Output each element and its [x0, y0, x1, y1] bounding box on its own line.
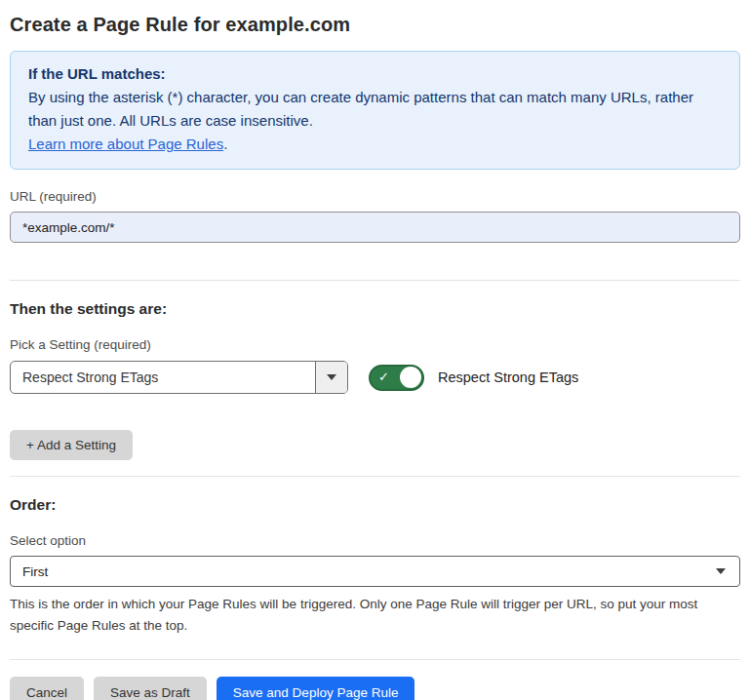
- learn-more-link[interactable]: Learn more about Page Rules: [28, 136, 223, 152]
- create-page-rule-form: Create a Page Rule for example.com If th…: [0, 0, 750, 700]
- section-divider: [10, 280, 740, 281]
- order-select[interactable]: First: [10, 556, 740, 587]
- chevron-down-icon: [327, 374, 336, 380]
- save-deploy-button[interactable]: Save and Deploy Page Rule: [217, 677, 415, 700]
- save-draft-button[interactable]: Save as Draft: [94, 677, 207, 700]
- settings-section-heading: Then the settings are:: [10, 300, 740, 318]
- order-section-heading: Order:: [10, 496, 740, 514]
- link-period: .: [223, 136, 227, 152]
- section-divider: [10, 476, 740, 477]
- setting-select[interactable]: Respect Strong ETags: [10, 361, 348, 394]
- url-input[interactable]: [10, 212, 740, 243]
- chevron-down-icon: [716, 568, 726, 574]
- footer-divider: [10, 659, 740, 660]
- setting-row: Respect Strong ETags ✓ Respect Strong ET…: [10, 361, 740, 394]
- toggle-knob: [400, 367, 421, 388]
- setting-select-arrow-button[interactable]: [315, 362, 347, 393]
- add-setting-button[interactable]: + Add a Setting: [10, 430, 133, 460]
- url-match-info-box: If the URL matches: By using the asteris…: [10, 51, 740, 170]
- check-icon: ✓: [378, 370, 389, 383]
- pick-setting-label: Pick a Setting (required): [10, 337, 740, 352]
- page-title: Create a Page Rule for example.com: [10, 14, 740, 36]
- footer-buttons: Cancel Save as Draft Save and Deploy Pag…: [10, 677, 740, 700]
- info-box-body: By using the asterisk (*) character, you…: [28, 86, 722, 133]
- info-box-link-line: Learn more about Page Rules.: [28, 133, 722, 156]
- order-select-value: First: [22, 564, 48, 579]
- order-select-label: Select option: [10, 533, 740, 548]
- respect-strong-etags-toggle[interactable]: ✓: [369, 365, 424, 391]
- toggle-label: Respect Strong ETags: [438, 369, 578, 385]
- cancel-button[interactable]: Cancel: [10, 677, 84, 700]
- order-help-text: This is the order in which your Page Rul…: [10, 594, 740, 637]
- url-field-label: URL (required): [10, 189, 740, 204]
- info-box-heading: If the URL matches:: [28, 62, 722, 86]
- setting-select-value: Respect Strong ETags: [11, 362, 315, 393]
